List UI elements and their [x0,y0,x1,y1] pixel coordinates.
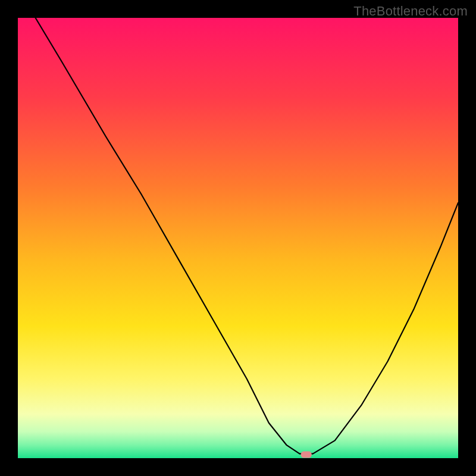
plot-area [18,18,458,458]
gradient-background [18,18,458,458]
watermark-text: TheBottleneck.com [353,4,468,19]
chart-frame: TheBottleneck.com [0,0,476,476]
chart-svg [18,18,458,458]
optimum-marker [301,452,312,458]
